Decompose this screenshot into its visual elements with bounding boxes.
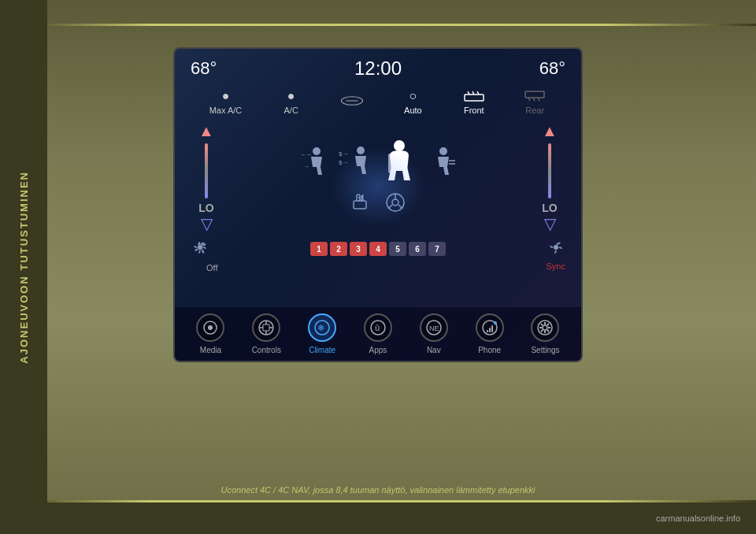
controls-label: Controls bbox=[252, 346, 281, 354]
svg-rect-2 bbox=[465, 95, 484, 101]
off-sync-row: Off Sync bbox=[175, 261, 581, 274]
clock-display: 12:00 bbox=[354, 57, 402, 80]
settings-icon bbox=[531, 313, 559, 342]
media-label: Media bbox=[200, 346, 221, 354]
right-temp-down[interactable]: ▽ bbox=[544, 214, 556, 233]
ac-label: A/C bbox=[284, 106, 298, 115]
svg-text:❄: ❄ bbox=[317, 323, 324, 332]
fan-seg-1[interactable]: 1 bbox=[310, 242, 328, 256]
right-temp-up[interactable]: ▲ bbox=[542, 122, 558, 140]
climate-main-area: ▲ LO ▽ →→ → bbox=[175, 118, 581, 236]
svg-point-18 bbox=[439, 147, 447, 155]
nav-label-text: Nav bbox=[427, 346, 441, 354]
fan-seg-4[interactable]: 4 bbox=[369, 242, 387, 256]
screen-display: 68° 12:00 68° ● Max A/C ● A/C bbox=[175, 49, 581, 361]
rear-label: Rear bbox=[525, 106, 544, 115]
bottom-bar: carmanualsonline.info bbox=[0, 502, 756, 534]
fan-icon-left[interactable] bbox=[191, 238, 209, 260]
fan-icon-right[interactable] bbox=[547, 238, 565, 260]
seat-icons-row: →→ → $→ $→ bbox=[299, 139, 457, 186]
seat-2-icon[interactable]: $→ $→ bbox=[339, 144, 370, 180]
settings-label: Settings bbox=[531, 346, 559, 354]
svg-text:NE: NE bbox=[429, 324, 439, 332]
sidebar-title: AJONEUVOON TUTUSTUMINEN bbox=[18, 171, 30, 364]
svg-rect-17 bbox=[388, 154, 392, 173]
media-icon bbox=[196, 313, 224, 342]
seat-heat-icon[interactable] bbox=[350, 193, 369, 215]
left-temp-bar bbox=[205, 143, 208, 198]
temp-left[interactable]: 68° bbox=[191, 58, 217, 79]
rear-defrost-button[interactable]: Rear bbox=[523, 88, 547, 115]
airflow-icon bbox=[340, 93, 364, 109]
ac-controls-row: ● Max A/C ● A/C ○ bbox=[175, 85, 581, 118]
svg-rect-6 bbox=[525, 91, 544, 98]
svg-point-48 bbox=[543, 325, 547, 330]
left-temp-up[interactable]: ▲ bbox=[198, 122, 214, 140]
nav-phone[interactable]: Phone bbox=[466, 313, 513, 354]
steering-wheel-icon[interactable] bbox=[385, 192, 406, 216]
front-defrost-button[interactable]: Front bbox=[462, 88, 486, 115]
svg-text:û: û bbox=[375, 323, 380, 332]
svg-line-55 bbox=[547, 324, 549, 325]
center-seat-display: →→ → $→ $→ bbox=[230, 139, 526, 216]
svg-text:→: → bbox=[303, 163, 309, 170]
fan-seg-3[interactable]: 3 bbox=[350, 242, 367, 256]
auto-button[interactable]: ○ Auto bbox=[401, 88, 424, 115]
fan-seg-7[interactable]: 7 bbox=[428, 242, 446, 256]
left-temp-control: ▲ LO ▽ bbox=[183, 122, 230, 233]
watermark-text: carmanualsonline.info bbox=[656, 514, 740, 523]
page-background: AJONEUVOON TUTUSTUMINEN 68° 12:00 68° ● … bbox=[0, 0, 756, 534]
off-label[interactable]: Off bbox=[191, 261, 233, 274]
svg-rect-45 bbox=[491, 325, 493, 332]
svg-line-53 bbox=[541, 324, 543, 325]
left-lo-text: LO bbox=[198, 202, 213, 214]
controls-icon bbox=[252, 313, 280, 342]
svg-rect-43 bbox=[487, 330, 488, 332]
front-defrost-icon bbox=[462, 88, 486, 104]
nav-climate[interactable]: ❄ Climate bbox=[298, 313, 346, 354]
left-temp-down[interactable]: ▽ bbox=[201, 214, 213, 233]
apps-icon: û bbox=[364, 313, 392, 342]
auto-label: Auto bbox=[404, 106, 422, 115]
nav-apps[interactable]: û Apps bbox=[354, 313, 402, 354]
temp-right[interactable]: 68° bbox=[539, 58, 565, 79]
svg-rect-21 bbox=[354, 201, 366, 209]
climate-label: Climate bbox=[309, 346, 335, 354]
ac-button[interactable]: ● A/C bbox=[280, 88, 303, 115]
ac-icon: ● bbox=[280, 88, 303, 104]
fan-seg-2[interactable]: 2 bbox=[330, 242, 347, 256]
airflow-button[interactable] bbox=[340, 93, 364, 110]
svg-point-30 bbox=[208, 325, 213, 330]
nav-settings[interactable]: Settings bbox=[521, 313, 569, 354]
svg-point-23 bbox=[392, 199, 398, 206]
fan-seg-6[interactable]: 6 bbox=[409, 242, 426, 256]
nav-icon: NE bbox=[420, 313, 448, 342]
max-ac-button[interactable]: ● Max A/C bbox=[209, 88, 243, 115]
seat-3-icon[interactable] bbox=[429, 145, 457, 180]
climate-icon: ❄ bbox=[308, 313, 336, 342]
infotainment-screen[interactable]: 68° 12:00 68° ● Max A/C ● A/C bbox=[173, 47, 583, 362]
max-ac-icon: ● bbox=[213, 88, 237, 104]
svg-point-12 bbox=[313, 147, 321, 155]
seat-1-icon[interactable]: →→ → bbox=[299, 145, 327, 180]
svg-line-56 bbox=[541, 330, 543, 332]
svg-rect-44 bbox=[489, 328, 491, 332]
sync-label[interactable]: Sync bbox=[547, 261, 565, 274]
svg-point-15 bbox=[357, 146, 365, 154]
front-label: Front bbox=[464, 106, 484, 115]
svg-point-28 bbox=[554, 245, 558, 250]
svg-line-54 bbox=[547, 330, 549, 332]
nav-media[interactable]: Media bbox=[187, 313, 234, 354]
fan-speed-row: 1 2 3 4 5 6 7 bbox=[175, 236, 581, 261]
fan-seg-5[interactable]: 5 bbox=[389, 242, 406, 256]
svg-text:→→: →→ bbox=[299, 151, 312, 158]
auto-icon: ○ bbox=[401, 88, 424, 104]
svg-text:$→: $→ bbox=[339, 150, 348, 158]
rear-defrost-icon bbox=[523, 88, 547, 104]
svg-line-26 bbox=[398, 205, 402, 209]
bottom-nav: Media Controls bbox=[175, 307, 581, 361]
nav-nav[interactable]: NE Nav bbox=[410, 313, 458, 354]
fan-speed-segments[interactable]: 1 2 3 4 5 6 7 bbox=[310, 242, 446, 256]
phone-icon bbox=[476, 313, 504, 342]
nav-controls[interactable]: Controls bbox=[243, 313, 290, 354]
